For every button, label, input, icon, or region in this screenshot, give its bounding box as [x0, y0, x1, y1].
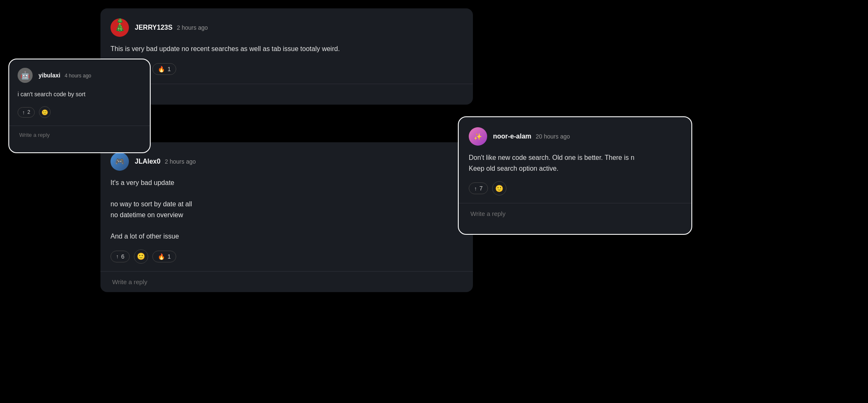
avatar-jlalex: 🎮 [110, 152, 129, 171]
upvote-icon-jlalex: ↑ [116, 253, 119, 259]
comment-body-noor: Don't like new code search. Old one is b… [469, 152, 681, 174]
comment-header-yibulaxi: 🤖 yibulaxi 4 hours ago [18, 68, 141, 83]
username-jerry: JERRY123S [135, 24, 172, 31]
timestamp-yibulaxi: 4 hours ago [65, 73, 91, 79]
upvote-count-yibulaxi: 2 [28, 109, 31, 115]
reply-input-jlalex[interactable] [110, 272, 463, 292]
fire-count-jerry: 1 [167, 66, 171, 72]
comment-body-yibulaxi: i can't search code by sort [18, 90, 141, 99]
reactions-jerry: ↑ 2 🙂 🔥 1 [110, 62, 463, 76]
fire-icon-jlalex: 🔥 [158, 253, 165, 260]
username-yibulaxi: yibulaxi [39, 72, 60, 79]
comment-card-yibulaxi: 🤖 yibulaxi 4 hours ago i can't search co… [8, 59, 151, 153]
avatar-jerry: 🎄 [110, 18, 129, 37]
reactions-jlalex: ↑ 6 🙂 🔥 1 [110, 249, 463, 264]
reactions-yibulaxi: ↑ 2 🙂 [18, 106, 141, 118]
fire-button-jlalex[interactable]: 🔥 1 [152, 251, 176, 262]
upvote-icon-yibulaxi: ↑ [22, 109, 25, 116]
emoji-icon-yibulaxi: 🙂 [41, 109, 48, 116]
upvote-button-noor[interactable]: ↑ 7 [469, 182, 488, 194]
fire-icon-jerry: 🔥 [158, 66, 165, 72]
emoji-icon-jlalex: 🙂 [137, 252, 145, 260]
emoji-button-yibulaxi[interactable]: 🙂 [39, 106, 51, 118]
user-info-jlalex: JLAlex0 2 hours ago [135, 158, 196, 165]
upvote-button-jlalex[interactable]: ↑ 6 [110, 251, 130, 262]
comment-header-jerry: 🎄 JERRY123S 2 hours ago [110, 18, 463, 37]
comment-body-jerry: This is very bad update no recent search… [110, 44, 463, 54]
fire-count-jlalex: 1 [167, 253, 171, 260]
avatar-yibulaxi: 🤖 [18, 68, 33, 83]
username-noor: noor-e-alam [493, 133, 532, 140]
upvote-count-jlalex: 6 [121, 253, 125, 260]
user-info-yibulaxi: yibulaxi 4 hours ago [39, 72, 91, 79]
fire-button-jerry[interactable]: 🔥 1 [152, 63, 176, 75]
upvote-icon-noor: ↑ [474, 185, 477, 192]
reactions-noor: ↑ 7 🙂 [469, 181, 681, 195]
reply-input-noor[interactable] [469, 203, 681, 224]
comment-body-jlalex: It's a very bad update no way to sort by… [110, 177, 463, 242]
emoji-button-jlalex[interactable]: 🙂 [134, 249, 148, 264]
reply-input-yibulaxi[interactable] [18, 126, 141, 144]
username-jlalex: JLAlex0 [135, 158, 160, 165]
timestamp-noor: 20 hours ago [536, 133, 570, 140]
comment-header-noor: ✨ noor-e-alam 20 hours ago [469, 127, 681, 146]
upvote-count-noor: 7 [480, 185, 483, 192]
upvote-button-yibulaxi[interactable]: ↑ 2 [18, 107, 35, 118]
timestamp-jerry: 2 hours ago [177, 24, 208, 31]
emoji-button-noor[interactable]: 🙂 [492, 181, 506, 195]
comment-card-noor: ✨ noor-e-alam 20 hours ago Don't like ne… [458, 116, 692, 235]
user-info-jerry: JERRY123S 2 hours ago [135, 24, 208, 31]
reply-input-jerry[interactable] [110, 84, 463, 105]
comment-card-jerry: 🎄 JERRY123S 2 hours ago This is very bad… [100, 8, 473, 105]
user-info-noor: noor-e-alam 20 hours ago [493, 133, 570, 140]
emoji-icon-noor: 🙂 [495, 185, 503, 193]
comment-card-jlalex: 🎮 JLAlex0 2 hours ago It's a very bad up… [100, 142, 473, 292]
timestamp-jlalex: 2 hours ago [165, 158, 196, 165]
avatar-noor: ✨ [469, 127, 487, 146]
comment-header-jlalex: 🎮 JLAlex0 2 hours ago [110, 152, 463, 171]
